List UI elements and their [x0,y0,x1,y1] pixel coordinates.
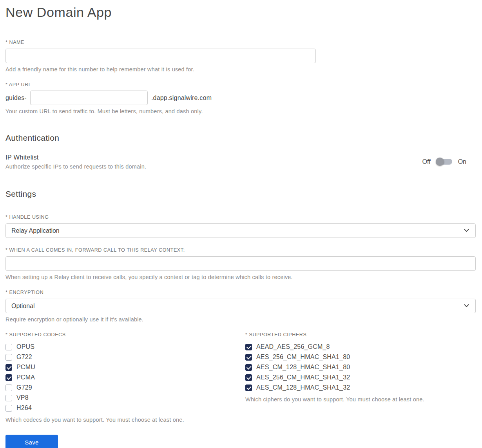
codec-checkbox[interactable] [5,385,12,391]
encryption-helper: Require encryption or optionally use it … [5,316,476,323]
cipher-checkbox[interactable] [245,374,252,381]
cipher-row[interactable]: AES_CM_128_HMAC_SHA1_80 [245,362,476,372]
codec-label: H264 [16,404,32,412]
page-title: New Domain App [5,5,476,20]
cipher-row[interactable]: AES_256_CM_HMAC_SHA1_32 [245,372,476,383]
app-url-field-group: * APP URL guides- .dapp.signalwire.com Y… [5,82,476,114]
cipher-checkbox[interactable] [245,344,252,350]
cipher-list: AEAD_AES_256_GCM_8 AES_256_CM_HMAC_SHA1_… [245,342,476,393]
supported-codecs-group: * SUPPORTED CODECS OPUS G722 [5,332,245,423]
encryption-label: * ENCRYPTION [5,290,476,295]
ip-whitelist-row: IP Whitelist Authorize specific IPs to s… [5,154,476,170]
codec-row[interactable]: OPUS [5,342,245,352]
ip-whitelist-helper: Authorize specific IPs to send requests … [5,163,146,170]
handle-using-select[interactable]: Relay Application [5,223,476,238]
codecs-ciphers-columns: * SUPPORTED CODECS OPUS G722 [5,332,476,423]
ip-whitelist-label: IP Whitelist [5,154,146,161]
cipher-label: AES_CM_128_HMAC_SHA1_80 [256,364,350,371]
name-field-group: * NAME Add a friendly name for this numb… [5,40,476,73]
codec-checkbox[interactable] [5,395,12,401]
cipher-row[interactable]: AES_CM_128_HMAC_SHA1_32 [245,383,476,393]
handle-using-value: Relay Application [11,227,60,234]
cipher-label: AEAD_AES_256_GCM_8 [256,343,330,350]
relay-context-label: * WHEN A CALL COMES IN, FORWARD CALL TO … [5,247,476,253]
handle-using-group: * HANDLE USING Relay Application [5,214,476,238]
codec-checkbox[interactable] [5,364,12,371]
codec-row[interactable]: PCMA [5,372,245,383]
codec-label: G729 [16,384,32,391]
name-input[interactable] [5,49,316,63]
settings-heading: Settings [5,189,476,199]
codec-checkbox[interactable] [5,405,12,412]
relay-context-group: * WHEN A CALL COMES IN, FORWARD CALL TO … [5,247,476,280]
relay-context-input[interactable] [5,256,476,271]
codec-row[interactable]: VP8 [5,393,245,403]
chevron-down-icon [464,302,469,307]
app-url-input[interactable] [30,91,148,105]
supported-codecs-label: * SUPPORTED CODECS [5,332,245,337]
ip-whitelist-text: IP Whitelist Authorize specific IPs to s… [5,154,146,170]
codec-checkbox[interactable] [5,374,12,381]
name-label: * NAME [5,40,476,45]
codec-checkbox[interactable] [5,354,12,361]
toggle-knob-icon [436,158,444,166]
codec-checkbox[interactable] [5,344,12,350]
app-url-row: guides- .dapp.signalwire.com [5,91,476,105]
save-button[interactable]: Save [5,435,58,448]
app-url-suffix: .dapp.signalwire.com [151,94,212,102]
authentication-heading: Authentication [5,133,476,143]
codec-label: OPUS [16,343,34,350]
cipher-label: AES_256_CM_HMAC_SHA1_80 [256,354,350,361]
app-url-label: * APP URL [5,82,476,87]
relay-context-helper: When setting up a Relay client to receiv… [5,274,476,280]
codec-list: OPUS G722 PCMU PCMA [5,342,245,413]
codec-label: PCMU [16,364,35,371]
ciphers-helper: Which ciphers do you want to support. Yo… [245,396,476,403]
cipher-checkbox[interactable] [245,354,252,361]
chevron-down-icon [464,227,469,232]
app-url-prefix: guides- [5,94,27,102]
new-domain-app-page: New Domain App * NAME Add a friendly nam… [0,0,482,448]
ip-whitelist-toggle[interactable] [437,159,452,165]
cipher-checkbox[interactable] [245,364,252,371]
handle-using-label: * HANDLE USING [5,214,476,220]
toggle-on-label: On [458,158,466,165]
codec-label: G722 [16,354,32,361]
codec-row[interactable]: G729 [5,383,245,393]
cipher-row[interactable]: AEAD_AES_256_GCM_8 [245,342,476,352]
codec-row[interactable]: H264 [5,403,245,413]
encryption-select[interactable]: Optional [5,299,476,313]
cipher-label: AES_CM_128_HMAC_SHA1_32 [256,384,350,391]
ip-whitelist-toggle-group: Off On [422,158,466,165]
codec-label: PCMA [16,374,35,381]
app-url-helper: Your custom URL to send traffic to. Must… [5,108,476,114]
cipher-checkbox[interactable] [245,385,252,391]
codec-label: VP8 [16,394,29,401]
toggle-off-label: Off [422,158,431,165]
codec-row[interactable]: PCMU [5,362,245,372]
cipher-row[interactable]: AES_256_CM_HMAC_SHA1_80 [245,352,476,362]
name-helper: Add a friendly name for this number to h… [5,66,476,73]
encryption-value: Optional [11,303,35,310]
encryption-group: * ENCRYPTION Optional Require encryption… [5,290,476,323]
supported-ciphers-group: * SUPPORTED CIPHERS AEAD_AES_256_GCM_8 A… [245,332,476,423]
supported-ciphers-label: * SUPPORTED CIPHERS [245,332,476,337]
codec-row[interactable]: G722 [5,352,245,362]
codecs-helper: Which codecs do you want to support. You… [5,417,245,423]
cipher-label: AES_256_CM_HMAC_SHA1_32 [256,374,350,381]
